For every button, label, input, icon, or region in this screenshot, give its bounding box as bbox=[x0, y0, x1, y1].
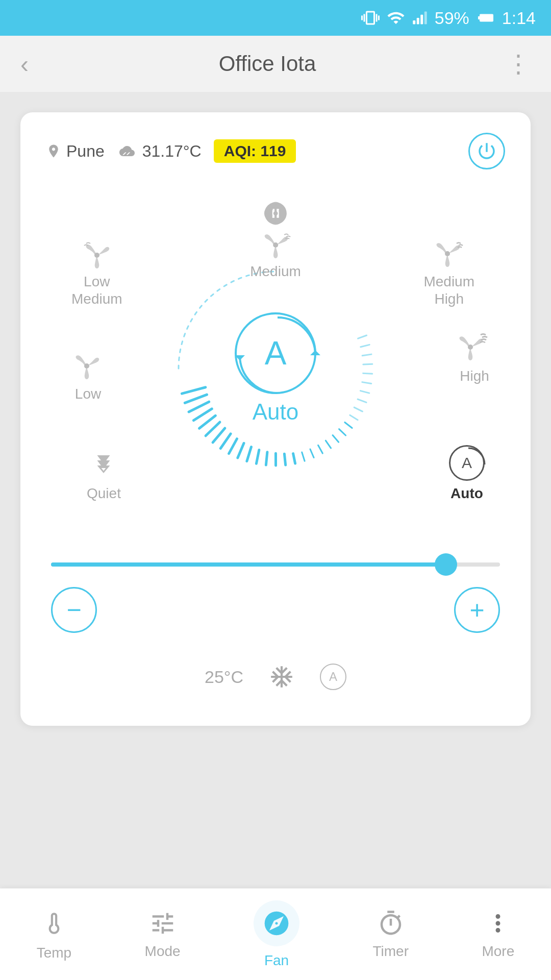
weather-left: Pune 31.17°C AQI: 119 bbox=[46, 139, 296, 163]
svg-line-36 bbox=[220, 434, 231, 449]
fan-quiet-label: Quiet bbox=[87, 485, 121, 502]
status-icons: 59% 1:14 bbox=[361, 8, 536, 28]
location-info: Pune bbox=[46, 142, 105, 161]
nav-mode[interactable]: Mode bbox=[145, 910, 181, 960]
fan-auto-center[interactable]: A Auto bbox=[235, 312, 316, 425]
fan-medium-icon-actual bbox=[258, 231, 293, 259]
svg-line-27 bbox=[302, 452, 305, 461]
more-menu-button[interactable]: ⋮ bbox=[506, 50, 531, 78]
signal-icon bbox=[412, 9, 428, 27]
fan-dial-container: Medium MediumHigh bbox=[46, 190, 505, 547]
svg-line-31 bbox=[266, 452, 267, 465]
fan-medium-icon bbox=[262, 200, 289, 227]
nav-temp[interactable]: Temp bbox=[37, 908, 71, 961]
fan-nav-icon bbox=[262, 909, 291, 938]
quiet-icon bbox=[88, 450, 119, 481]
nav-temp-label: Temp bbox=[37, 945, 71, 961]
fan-speed-low-medium[interactable]: LowMedium bbox=[71, 241, 122, 307]
slider-thumb[interactable] bbox=[435, 553, 457, 576]
svg-line-23 bbox=[333, 435, 339, 443]
svg-rect-0 bbox=[413, 20, 415, 24]
aqi-badge: AQI: 119 bbox=[214, 139, 296, 163]
svg-line-24 bbox=[325, 440, 331, 448]
fan-speed-auto-small[interactable]: A Auto bbox=[449, 445, 485, 502]
slider-track[interactable] bbox=[51, 562, 500, 567]
svg-line-19 bbox=[354, 407, 362, 411]
location-icon bbox=[46, 143, 61, 159]
snowflake-icon bbox=[269, 664, 294, 690]
auto-circle: A bbox=[235, 312, 316, 394]
svg-marker-44 bbox=[310, 350, 320, 355]
svg-point-7 bbox=[445, 251, 450, 256]
fan-auto-small-label: Auto bbox=[450, 485, 483, 502]
svg-line-12 bbox=[361, 345, 369, 347]
power-button[interactable] bbox=[468, 133, 505, 169]
svg-point-5 bbox=[273, 211, 278, 216]
back-button[interactable]: ‹ bbox=[20, 50, 29, 78]
fan-low-icon bbox=[71, 353, 105, 381]
auto-small-circle-icon bbox=[449, 446, 487, 483]
main-card: Pune 31.17°C AQI: 119 bbox=[20, 112, 531, 726]
fan-speed-medium[interactable]: Medium bbox=[250, 200, 301, 280]
more-icon bbox=[484, 910, 512, 937]
wifi-icon bbox=[387, 9, 405, 27]
nav-timer[interactable]: Timer bbox=[372, 910, 409, 960]
auto-arrows-icon bbox=[235, 312, 320, 398]
slider-row: − + bbox=[46, 562, 505, 633]
nav-fan-label: Fan bbox=[264, 952, 289, 969]
svg-marker-45 bbox=[235, 355, 245, 360]
temp-display-value: 25°C bbox=[205, 667, 243, 687]
temp-display: 25°C bbox=[205, 667, 243, 687]
svg-line-18 bbox=[358, 399, 366, 402]
time-text: 1:14 bbox=[502, 8, 536, 28]
svg-line-37 bbox=[213, 428, 225, 443]
fan-speed-quiet[interactable]: Quiet bbox=[87, 450, 121, 502]
svg-line-20 bbox=[350, 415, 358, 420]
svg-rect-4 bbox=[479, 16, 489, 19]
status-bar: 59% 1:14 bbox=[0, 0, 551, 36]
nav-more[interactable]: More bbox=[482, 910, 514, 960]
auto-mode-indicator: A bbox=[329, 670, 337, 684]
svg-line-35 bbox=[229, 439, 237, 454]
svg-line-41 bbox=[189, 402, 209, 412]
svg-point-6 bbox=[273, 242, 278, 248]
bottom-nav: Temp Mode Fan Timer More bbox=[0, 888, 551, 980]
slider-fill bbox=[51, 562, 446, 567]
mode-display[interactable] bbox=[269, 664, 294, 690]
timer-icon bbox=[377, 910, 405, 937]
svg-line-11 bbox=[358, 335, 367, 338]
svg-line-39 bbox=[199, 415, 216, 428]
sliders-icon bbox=[149, 910, 177, 937]
increase-button[interactable]: + bbox=[454, 587, 500, 633]
svg-line-32 bbox=[256, 450, 259, 463]
fan-mode-display[interactable]: A bbox=[320, 664, 346, 690]
decrease-button[interactable]: − bbox=[51, 587, 97, 633]
nav-more-label: More bbox=[482, 943, 514, 960]
fan-speed-low[interactable]: Low bbox=[71, 353, 105, 403]
svg-line-16 bbox=[362, 382, 371, 384]
svg-line-29 bbox=[284, 454, 285, 465]
fan-nav-background bbox=[254, 900, 299, 946]
svg-line-40 bbox=[193, 409, 212, 421]
weather-row: Pune 31.17°C AQI: 119 bbox=[46, 133, 505, 169]
svg-point-10 bbox=[94, 253, 99, 258]
battery-icon bbox=[477, 9, 495, 27]
fan-speed-medium-high[interactable]: MediumHigh bbox=[423, 241, 474, 307]
svg-rect-3 bbox=[424, 12, 427, 24]
fan-mediumhigh-label: MediumHigh bbox=[423, 273, 474, 307]
battery-text: 59% bbox=[435, 8, 469, 28]
svg-line-33 bbox=[247, 447, 252, 461]
svg-point-9 bbox=[84, 363, 89, 369]
vibrate-icon bbox=[361, 9, 380, 27]
nav-timer-label: Timer bbox=[372, 943, 409, 960]
svg-line-14 bbox=[363, 364, 372, 364]
svg-line-28 bbox=[293, 454, 295, 463]
fan-speed-high[interactable]: High bbox=[454, 333, 495, 385]
location-name: Pune bbox=[66, 142, 105, 161]
svg-line-13 bbox=[362, 354, 371, 356]
svg-line-26 bbox=[310, 449, 314, 458]
bottom-info: 25°C A bbox=[46, 664, 505, 700]
nav-fan[interactable]: Fan bbox=[254, 900, 299, 969]
fan-high-icon bbox=[454, 333, 495, 363]
fan-high-label: High bbox=[460, 368, 489, 385]
